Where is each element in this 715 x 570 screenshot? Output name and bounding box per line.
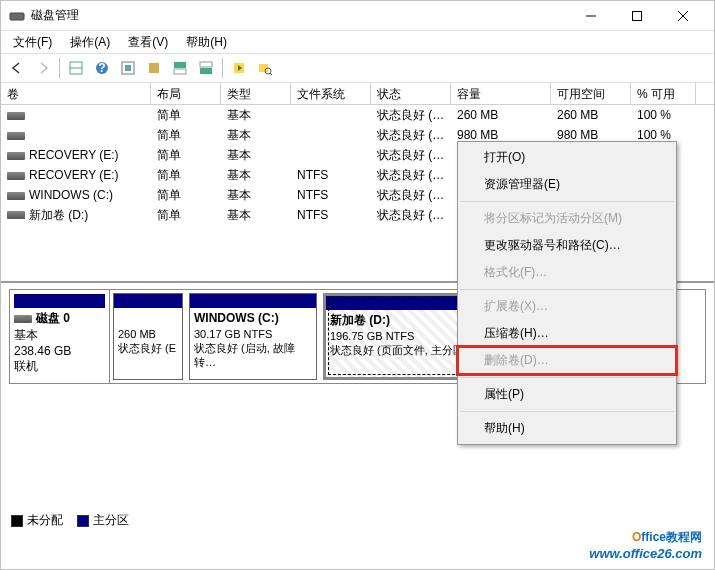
- svg-rect-0: [10, 13, 24, 20]
- view-panes-button[interactable]: [64, 56, 88, 80]
- col-layout[interactable]: 布局: [151, 83, 221, 104]
- ctx-format: 格式化(F)…: [458, 259, 676, 286]
- watermark-text: ffice教程网: [641, 530, 702, 544]
- app-icon: [9, 8, 25, 24]
- volume-row[interactable]: 简单基本状态良好 (…260 MB260 MB100 %: [1, 105, 714, 125]
- refresh-button[interactable]: [227, 56, 251, 80]
- legend: 未分配 主分区: [11, 512, 129, 529]
- ctx-shrink[interactable]: 压缩卷(H)…: [458, 320, 676, 347]
- volume-list-header: 卷 布局 类型 文件系统 状态 容量 可用空间 % 可用: [1, 83, 714, 105]
- ctx-delete-volume: 删除卷(D)…: [458, 347, 676, 374]
- col-type[interactable]: 类型: [221, 83, 291, 104]
- separator: [460, 377, 674, 378]
- col-percent[interactable]: % 可用: [631, 83, 696, 104]
- legend-primary-icon: [77, 515, 89, 527]
- forward-button[interactable]: [31, 56, 55, 80]
- menu-help[interactable]: 帮助(H): [178, 32, 235, 53]
- ctx-help[interactable]: 帮助(H): [458, 415, 676, 442]
- ctx-extend: 扩展卷(X)…: [458, 293, 676, 320]
- context-menu: 打开(O) 资源管理器(E) 将分区标记为活动分区(M) 更改驱动器号和路径(C…: [457, 141, 677, 445]
- svg-rect-13: [174, 62, 186, 68]
- menu-action[interactable]: 操作(A): [62, 32, 118, 53]
- svg-line-20: [270, 73, 272, 75]
- col-capacity[interactable]: 容量: [451, 83, 551, 104]
- separator: [59, 58, 60, 78]
- ctx-properties[interactable]: 属性(P): [458, 381, 676, 408]
- disk-info[interactable]: 磁盘 0 基本 238.46 GB 联机: [10, 290, 110, 383]
- ctx-mark-active: 将分区标记为活动分区(M): [458, 205, 676, 232]
- window-title: 磁盘管理: [31, 7, 568, 24]
- list-top-button[interactable]: [168, 56, 192, 80]
- svg-rect-15: [200, 62, 212, 67]
- list-bottom-button[interactable]: [194, 56, 218, 80]
- menu-bar: 文件(F) 操作(A) 查看(V) 帮助(H): [1, 31, 714, 53]
- separator: [460, 201, 674, 202]
- separator: [460, 411, 674, 412]
- help-button[interactable]: ?: [90, 56, 114, 80]
- settings-button[interactable]: [116, 56, 140, 80]
- svg-rect-14: [174, 69, 186, 74]
- legend-unallocated: 未分配: [27, 512, 63, 529]
- maximize-button[interactable]: [614, 1, 660, 31]
- col-free[interactable]: 可用空间: [551, 83, 631, 104]
- properties-button[interactable]: [142, 56, 166, 80]
- partition[interactable]: 260 MB状态良好 (E: [113, 293, 183, 380]
- partition[interactable]: WINDOWS (C:)30.17 GB NTFS状态良好 (启动, 故障转…: [189, 293, 317, 380]
- watermark-url: www.office26.com: [589, 546, 702, 561]
- col-filesystem[interactable]: 文件系统: [291, 83, 371, 104]
- legend-primary: 主分区: [93, 512, 129, 529]
- svg-rect-16: [200, 68, 212, 74]
- ctx-change-letter[interactable]: 更改驱动器号和路径(C)…: [458, 232, 676, 259]
- disk-state: 联机: [14, 358, 105, 375]
- rescan-button[interactable]: [253, 56, 277, 80]
- disk-type: 基本: [14, 327, 105, 344]
- svg-rect-11: [125, 65, 131, 71]
- col-volume[interactable]: 卷: [1, 83, 151, 104]
- menu-file[interactable]: 文件(F): [5, 32, 60, 53]
- toolbar: ?: [1, 53, 714, 83]
- close-button[interactable]: [660, 1, 706, 31]
- minimize-button[interactable]: [568, 1, 614, 31]
- separator: [460, 289, 674, 290]
- disk-label: 磁盘 0: [36, 311, 70, 325]
- disk-size: 238.46 GB: [14, 344, 105, 358]
- legend-unallocated-icon: [11, 515, 23, 527]
- back-button[interactable]: [5, 56, 29, 80]
- svg-rect-3: [633, 11, 642, 20]
- watermark-o: O: [632, 530, 641, 544]
- svg-text:?: ?: [98, 61, 105, 75]
- menu-view[interactable]: 查看(V): [120, 32, 176, 53]
- title-bar: 磁盘管理: [1, 1, 714, 31]
- ctx-explorer[interactable]: 资源管理器(E): [458, 171, 676, 198]
- col-status[interactable]: 状态: [371, 83, 451, 104]
- separator: [222, 58, 223, 78]
- svg-rect-12: [149, 63, 159, 73]
- ctx-open[interactable]: 打开(O): [458, 144, 676, 171]
- watermark: Office教程网 www.office26.com: [589, 525, 702, 561]
